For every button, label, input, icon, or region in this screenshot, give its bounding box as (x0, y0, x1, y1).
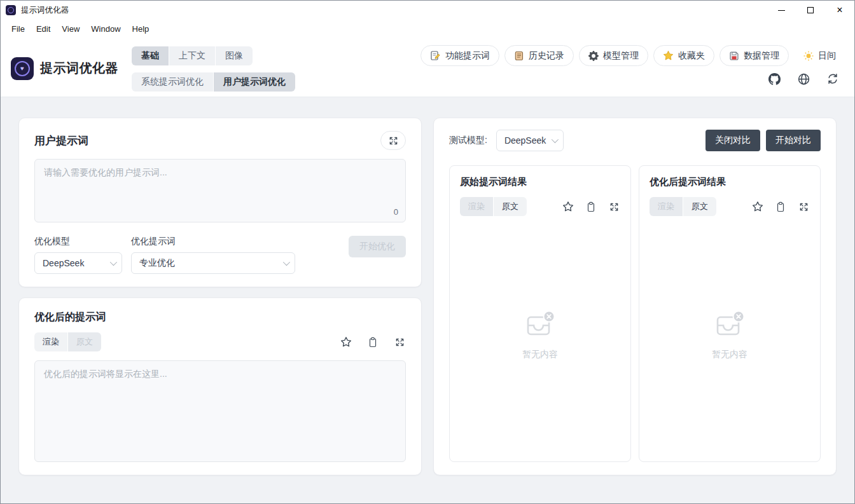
left-column: 用户提示词 0 优化模型 DeepSeek (18, 118, 422, 475)
original-result-card: 原始提示词结果 渲染 原文 (449, 165, 631, 462)
expand-button[interactable] (797, 200, 810, 213)
menu-edit[interactable]: Edit (31, 22, 56, 36)
titlebar: 提示词优化器 × (1, 1, 854, 20)
optimized-prompt-output[interactable] (34, 360, 406, 462)
menu-file[interactable]: File (6, 22, 31, 36)
user-prompt-card: 用户提示词 0 优化模型 DeepSeek (18, 118, 422, 287)
copy-button[interactable] (366, 336, 379, 348)
scroll-icon (514, 50, 524, 61)
refresh-icon[interactable] (826, 72, 839, 85)
data-manager-button[interactable]: 数据管理 (719, 45, 789, 66)
maximize-button[interactable] (796, 1, 825, 20)
window-title: 提示词优化器 (21, 5, 69, 16)
favorite-button[interactable] (751, 200, 764, 213)
optimize-model-select[interactable]: DeepSeek (34, 252, 122, 274)
test-panel: 测试模型: DeepSeek 关闭对比 开始对比 原始提示词结果 渲染 原文 (433, 118, 837, 475)
user-prompt-input[interactable] (34, 159, 406, 222)
optimized-prompt-card: 优化后的提示词 渲染 原文 (18, 297, 422, 475)
secondary-tabs: 系统提示词优化 用户提示词优化 (132, 72, 295, 92)
expand-icon (389, 136, 398, 146)
chevron-down-icon (283, 259, 290, 266)
close-compare-button[interactable]: 关闭对比 (706, 130, 760, 151)
heart-icon: ♥ (20, 65, 24, 72)
tab-system-prompt[interactable]: 系统提示词优化 (132, 72, 213, 92)
tab-context[interactable]: 上下文 (169, 46, 215, 65)
tab-basic[interactable]: 基础 (132, 46, 169, 65)
expand-icon (609, 202, 619, 212)
original-result-title: 原始提示词结果 (460, 176, 620, 188)
gear-icon (588, 51, 599, 61)
optimize-template-select[interactable]: 专业优化 (131, 252, 295, 274)
star-outline-icon (752, 201, 763, 212)
star-outline-icon (340, 336, 352, 348)
clipboard-icon (368, 337, 378, 348)
star-icon (663, 50, 674, 61)
test-model-select[interactable]: DeepSeek (496, 130, 564, 151)
test-model-label: 测试模型: (449, 135, 487, 146)
history-button[interactable]: 历史记录 (504, 45, 574, 66)
render-source-toggle: 渲染 原文 (650, 197, 716, 216)
app-title: 提示词优化器 (40, 60, 118, 77)
toggle-render[interactable]: 渲染 (650, 197, 683, 216)
optimized-prompt-title: 优化后的提示词 (34, 311, 406, 324)
expand-icon (799, 202, 809, 212)
brand: ♥ 提示词优化器 (11, 57, 132, 80)
fullscreen-button[interactable] (380, 131, 406, 150)
toggle-source[interactable]: 原文 (68, 332, 101, 351)
toggle-source[interactable]: 原文 (494, 197, 527, 216)
clipboard-icon (775, 201, 786, 212)
favorite-button[interactable] (562, 200, 574, 213)
empty-state: 暂无内容 (460, 216, 620, 453)
start-compare-button[interactable]: 开始对比 (766, 130, 821, 151)
floppy-icon (729, 51, 739, 61)
menubar: File Edit View Window Help (1, 20, 854, 37)
link-icons (768, 72, 839, 85)
maximize-icon (807, 7, 814, 13)
minimize-icon (778, 10, 785, 11)
no-content-icon (713, 309, 746, 341)
tab-user-prompt[interactable]: 用户提示词优化 (214, 72, 295, 92)
user-prompt-title: 用户提示词 (34, 133, 88, 148)
tab-image[interactable]: 图像 (216, 46, 253, 65)
optimized-result-title: 优化后提示词结果 (650, 176, 810, 188)
minimize-button[interactable] (767, 1, 796, 20)
header-actions: 功能提示词 历史记录 模型管理 (421, 45, 845, 66)
menu-window[interactable]: Window (85, 22, 126, 36)
empty-text: 暂无内容 (712, 349, 747, 360)
toggle-source[interactable]: 原文 (683, 197, 716, 216)
globe-icon[interactable] (797, 72, 810, 85)
tab-groups: 基础 上下文 图像 系统提示词优化 用户提示词优化 (132, 46, 295, 92)
template-label: 优化提示词 (131, 236, 295, 247)
expand-button[interactable] (608, 200, 620, 213)
start-optimize-button[interactable]: 开始优化 (349, 236, 406, 257)
theme-toggle-button[interactable]: 日间 (794, 45, 845, 66)
menu-help[interactable]: Help (127, 22, 155, 36)
favorite-button[interactable] (340, 336, 352, 348)
char-count: 0 (394, 207, 398, 217)
favorites-button[interactable]: 收藏夹 (653, 45, 714, 66)
expand-button[interactable] (393, 336, 406, 348)
function-prompts-button[interactable]: 功能提示词 (421, 45, 499, 66)
chevron-down-icon (552, 136, 559, 143)
render-source-toggle: 渲染 原文 (460, 197, 527, 216)
chevron-down-icon (110, 259, 117, 266)
main-content: 用户提示词 0 优化模型 DeepSeek (1, 97, 854, 503)
clipboard-icon (586, 201, 596, 212)
model-manager-button[interactable]: 模型管理 (579, 45, 648, 66)
toggle-render[interactable]: 渲染 (34, 332, 67, 351)
sun-icon (803, 51, 814, 61)
app-logo-icon (6, 5, 16, 15)
menu-view[interactable]: View (56, 22, 85, 36)
star-outline-icon (562, 201, 574, 212)
close-button[interactable]: × (825, 1, 854, 20)
app-window: 提示词优化器 × File Edit View Window Help ♥ 提示… (0, 0, 855, 504)
copy-button[interactable] (774, 200, 787, 213)
empty-state: 暂无内容 (650, 216, 810, 453)
app-header: ♥ 提示词优化器 基础 上下文 图像 系统提示词优化 用户提示词优化 (1, 37, 854, 97)
app-logo: ♥ (11, 57, 34, 80)
copy-button[interactable] (585, 200, 597, 213)
expand-icon (395, 337, 405, 347)
optimized-result-card: 优化后提示词结果 渲染 原文 (639, 165, 821, 462)
github-icon[interactable] (768, 72, 781, 85)
toggle-render[interactable]: 渲染 (460, 197, 493, 216)
